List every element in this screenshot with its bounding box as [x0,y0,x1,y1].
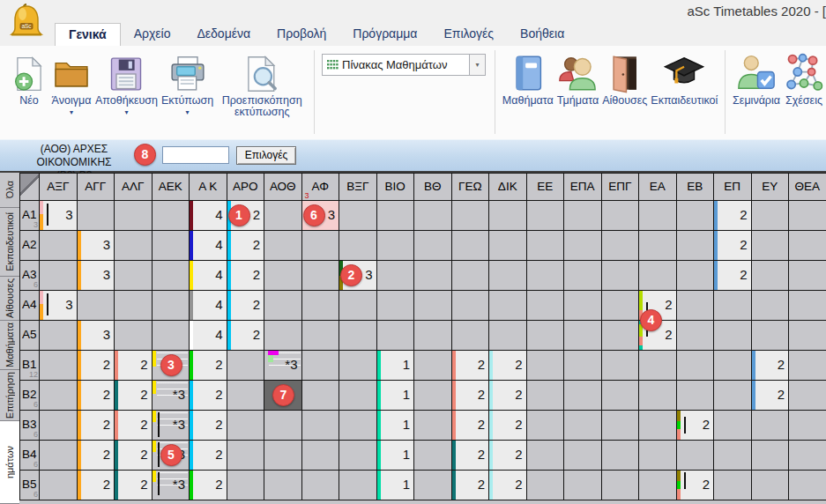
lesson-cell-A4-ΑΦ[interactable] [302,291,340,321]
lesson-cell-A3-Α Κ[interactable]: 4 [190,261,227,291]
side-tab-Επιτήρηση[interactable]: Επιτήρηση [0,370,19,421]
lesson-cell-A1-ΕΒ[interactable] [677,201,715,231]
lesson-cell-B5-ΘΕΑ[interactable] [789,471,826,500]
lesson-cell-B2-ΕΑ[interactable] [639,381,677,411]
lesson-cell-B5-ΒΞΓ[interactable] [339,471,377,500]
lesson-cell-A3-ΕΠ[interactable]: 2 [714,261,752,291]
lesson-cell-A3-ΕΕ[interactable] [527,261,565,291]
lesson-cell-B1-ΑΦ[interactable] [302,351,340,381]
lesson-cell-B3-ΑΛΓ[interactable]: 2 [115,411,153,441]
side-tab-Εκπαιδευτικοί[interactable]: Εκπαιδευτικοί [0,208,19,277]
lesson-cell-B2-ΑΛΓ[interactable]: 2 [115,381,153,411]
view-mode-combobox[interactable]: Πίνακας Μαθημάτων▾ [322,54,486,76]
lesson-cell-A4-ΕΠΑ[interactable] [564,291,602,321]
lesson-cell-B4-ΕΠΑ[interactable] [564,441,602,471]
lesson-cell-A4-ΕΕ[interactable] [527,291,565,321]
lesson-cell-A1-ΕΕ[interactable] [527,201,565,231]
lesson-cell-A2-ΕΑ[interactable] [639,231,677,261]
lesson-cell-B4-ΑΦ[interactable] [302,441,340,471]
row-header-A2[interactable]: A2 [19,231,40,261]
lesson-cell-B1-ΕΕ[interactable] [527,351,565,381]
lesson-cell-A3-ΑΞΓ[interactable] [40,261,78,291]
lesson-cell-B1-ΕΑ[interactable] [639,351,677,381]
lesson-cell-B5-ΕΒ[interactable]: 2 [677,471,715,500]
lesson-cell-A1-Α Κ[interactable]: 4 [190,201,227,231]
lesson-cell-B3-ΕΕ[interactable] [527,411,565,441]
lesson-cell-A1-ΕΠ[interactable]: 2 [714,201,752,231]
lesson-cell-A2-ΓΕΩ[interactable] [452,231,490,261]
lesson-cell-B4-ΑΕΚ[interactable]: *35 [153,441,190,471]
lesson-cell-B1-ΕΒ[interactable] [677,351,715,381]
lesson-cell-A5-ΑΛΓ[interactable] [115,321,153,351]
lesson-cell-B4-ΔΙΚ[interactable]: 2 [489,441,527,471]
menu-tab-Δεδομένα[interactable]: Δεδομένα [183,23,264,46]
lesson-cell-B2-ΕΥ[interactable]: 2 [752,381,790,411]
lesson-cell-B5-ΑΓΓ[interactable]: 2 [78,471,115,500]
lesson-cell-A3-ΒΞΓ[interactable]: 32 [339,261,377,291]
lesson-cell-B2-ΒΙΟ[interactable]: 1 [377,381,415,411]
lesson-cell-B1-ΒΞΓ[interactable] [339,351,377,381]
lesson-cell-A2-ΑΞΓ[interactable] [40,231,78,261]
lesson-cell-B4-Α Κ[interactable]: 2 [190,441,227,471]
lesson-cell-B1-ΕΠΓ[interactable] [602,351,640,381]
lesson-cell-A4-ΕΑ[interactable]: 24 [639,291,677,321]
lesson-cell-A2-ΑΟΘ[interactable] [264,231,302,261]
lesson-cell-A2-ΑΛΓ[interactable] [115,231,153,261]
combobox-dropdown-button[interactable]: ▾ [469,55,485,75]
column-header-ΑΓΓ[interactable]: ΑΓΓ [78,173,115,201]
side-tab-Όλα[interactable]: Όλα [0,173,19,208]
lesson-cell-B3-ΑΞΓ[interactable] [40,411,78,441]
column-header-ΕΠ[interactable]: ΕΠ [714,173,752,201]
column-header-ΑΟΘ[interactable]: ΑΟΘ [264,173,302,201]
lesson-cell-A2-ΑΡΟ[interactable]: 2 [227,231,265,261]
lesson-cell-A1-ΑΦ[interactable]: 36 [302,201,340,231]
lesson-cell-B3-ΕΠΑ[interactable] [564,411,602,441]
lesson-cell-B2-ΔΙΚ[interactable]: 2 [489,381,527,411]
lesson-cell-B2-Α Κ[interactable]: 2 [190,381,227,411]
lesson-cell-A5-ΒΙΟ[interactable] [377,321,415,351]
lesson-cell-B1-ΑΞΓ[interactable] [40,351,78,381]
lesson-cell-A2-ΒΙΟ[interactable] [377,231,415,261]
lesson-cell-A1-ΑΟΘ[interactable] [264,201,302,231]
lesson-cell-B5-ΕΥ[interactable] [752,471,790,500]
row-header-B1[interactable]: B112 [19,351,40,381]
column-header-ΕΠΑ[interactable]: ΕΠΑ [564,173,602,201]
lesson-cell-A4-ΑΓΓ[interactable] [78,291,115,321]
lesson-cell-A3-ΕΠΓ[interactable] [602,261,640,291]
lesson-cell-A4-ΓΕΩ[interactable] [452,291,490,321]
lesson-cell-B3-ΑΕΚ[interactable]: *3 [153,411,190,441]
lesson-cell-A1-ΕΑ[interactable] [639,201,677,231]
lesson-cell-B5-ΑΡΟ[interactable] [227,471,265,500]
row-header-B4[interactable]: B46 [19,441,40,471]
lesson-cell-B2-ΕΒ[interactable] [677,381,715,411]
lesson-cell-B1-ΒΘ[interactable] [414,351,452,381]
lesson-cell-B4-ΕΥ[interactable] [752,441,790,471]
lesson-cell-B4-ΘΕΑ[interactable] [789,441,826,471]
lesson-cell-B2-ΒΘ[interactable] [414,381,452,411]
lesson-cell-B4-ΑΡΟ[interactable] [227,441,265,471]
lesson-cell-A5-ΑΓΓ[interactable]: 3 [78,321,115,351]
lesson-cell-A2-ΘΕΑ[interactable] [789,231,826,261]
lesson-cell-A4-ΘΕΑ[interactable] [789,291,826,321]
lesson-cell-B5-ΑΦ[interactable] [302,471,340,500]
lesson-cell-A5-ΑΟΘ[interactable] [264,321,302,351]
dropdown-caret-icon[interactable]: ▾ [70,109,73,116]
lesson-cell-A1-ΑΓΓ[interactable] [78,201,115,231]
lesson-cell-B5-ΕΠΓ[interactable] [602,471,640,500]
lesson-cell-A5-ΕΠΑ[interactable] [564,321,602,351]
lesson-cell-A3-ΑΛΓ[interactable] [115,261,153,291]
lesson-cell-B3-ΕΥ[interactable] [752,411,790,441]
lesson-cell-B5-ΕΕ[interactable] [527,471,565,500]
lesson-cell-A1-ΑΕΚ[interactable] [153,201,190,231]
side-tab-Αίθουσες[interactable]: Αίθουσες [0,277,19,321]
lesson-cell-A1-ΒΘ[interactable] [414,201,452,231]
toolbar-button-Άνοιγμα[interactable]: Άνοιγμα▾ [51,49,92,116]
lesson-cell-B4-ΕΕ[interactable] [527,441,565,471]
lesson-cell-B2-ΕΕ[interactable] [527,381,565,411]
lesson-cell-B2-ΕΠΑ[interactable] [564,381,602,411]
lesson-cell-A5-ΕΕ[interactable] [527,321,565,351]
lesson-cell-B1-Α Κ[interactable]: 2 [190,351,227,381]
lesson-cell-B3-ΔΙΚ[interactable]: 2 [489,411,527,441]
lesson-cell-B4-ΑΟΘ[interactable] [264,441,302,471]
lesson-cell-B5-ΑΟΘ[interactable] [264,471,302,500]
